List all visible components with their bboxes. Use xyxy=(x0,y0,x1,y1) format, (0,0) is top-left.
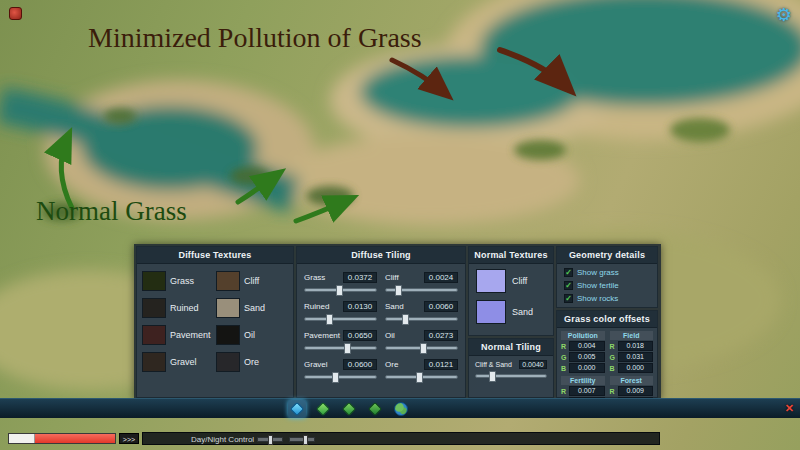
texture-swatch-cliff[interactable] xyxy=(216,271,240,291)
fast-forward-button[interactable]: >>> xyxy=(119,433,139,444)
texture-swatch-gravel[interactable] xyxy=(142,352,166,372)
checkbox-show-grass[interactable]: ✓ Show grass xyxy=(564,268,650,277)
texture-item-pavement[interactable]: Pavement xyxy=(142,325,214,345)
offset-value-field[interactable]: 0.018 xyxy=(618,341,654,351)
tiling-slider[interactable] xyxy=(304,288,377,292)
slider-thumb[interactable] xyxy=(336,285,343,296)
game-viewport: Minimized Pollution of Grass Normal Gras… xyxy=(0,0,800,450)
tiling-control-gravel: Gravel0.0600 xyxy=(304,359,377,379)
tiling-value-field[interactable]: 0.0600 xyxy=(343,359,377,370)
panel-title: Normal Textures xyxy=(469,247,553,264)
offset-value-field[interactable]: 0.000 xyxy=(569,363,605,373)
texture-swatch-sand[interactable] xyxy=(216,298,240,318)
tiling-slider[interactable] xyxy=(304,346,377,350)
green-gem-glyph xyxy=(342,402,356,416)
slider-thumb[interactable] xyxy=(395,285,402,296)
green-gem-icon[interactable] xyxy=(340,400,358,418)
tiling-value-field[interactable]: 0.0060 xyxy=(424,301,458,312)
day-night-slider-1[interactable] xyxy=(257,437,283,442)
green-gem2-icon[interactable] xyxy=(366,400,384,418)
tiling-slider[interactable] xyxy=(385,288,458,292)
tiling-slider[interactable] xyxy=(385,317,458,321)
tiling-grid: Grass0.0372 Cliff0.0024 Ruined0.0130 San… xyxy=(297,264,465,387)
tiling-value-field[interactable]: 0.0121 xyxy=(424,359,458,370)
tiling-slider[interactable] xyxy=(304,375,377,379)
slider-thumb[interactable] xyxy=(344,343,351,354)
slider-thumb[interactable] xyxy=(332,372,339,383)
slider-thumb[interactable] xyxy=(268,435,273,445)
offset-value-field[interactable]: 0.005 xyxy=(569,352,605,362)
day-night-control-bar: Day/Night Control xyxy=(142,432,660,445)
tiling-value-field[interactable]: 0.0273 xyxy=(424,330,458,341)
normal-texture-item-cliff[interactable]: Cliff xyxy=(469,264,553,295)
texture-item-grass[interactable]: Grass xyxy=(142,271,214,291)
globe-icon[interactable] xyxy=(392,400,410,418)
bottom-toolbar: ✕ xyxy=(0,398,800,418)
texture-item-ruined[interactable]: Ruined xyxy=(142,298,214,318)
texture-item-ore[interactable]: Ore xyxy=(216,352,288,372)
settings-gear-icon[interactable]: ⚙ xyxy=(776,4,792,26)
tiling-control-ruined: Ruined0.0130 xyxy=(304,301,377,321)
texture-swatch-ore[interactable] xyxy=(216,352,240,372)
globe-glyph xyxy=(394,402,408,416)
texture-item-oil[interactable]: Oil xyxy=(216,325,288,345)
texture-item-cliff[interactable]: Cliff xyxy=(216,271,288,291)
tiling-control-grass: Grass0.0372 xyxy=(304,272,377,292)
green-diamond-icon[interactable] xyxy=(314,400,332,418)
offset-value-field[interactable]: 0.000 xyxy=(618,363,654,373)
normal-texture-item-sand[interactable]: Sand xyxy=(469,295,553,326)
tiling-control-oil: Oil0.0273 xyxy=(385,330,458,350)
close-icon[interactable]: ✕ xyxy=(785,402,794,415)
offset-value-field[interactable]: 0.031 xyxy=(618,352,654,362)
offset-group-pollution: Pollution R0.004 G0.005 B0.000 xyxy=(561,331,605,373)
texture-swatch-ruined[interactable] xyxy=(142,298,166,318)
normal-texture-swatch-cliff[interactable] xyxy=(476,269,506,293)
texture-grid: Grass Cliff Ruined Sand Pavement Oil Gra… xyxy=(137,264,293,379)
tiling-value-field[interactable]: 0.0130 xyxy=(343,301,377,312)
offset-value-field[interactable]: 0.007 xyxy=(569,386,605,396)
slider-thumb[interactable] xyxy=(420,343,427,354)
geometry-details-panel: Geometry details ✓ Show grass ✓ Show fer… xyxy=(556,246,658,308)
tiling-control-pavement: Pavement0.0650 xyxy=(304,330,377,350)
texture-swatch-oil[interactable] xyxy=(216,325,240,345)
checkbox-check-icon[interactable]: ✓ xyxy=(564,268,573,277)
normal-texture-swatch-sand[interactable] xyxy=(476,300,506,324)
tiling-control-ore: Ore0.0121 xyxy=(385,359,458,379)
blue-diamond-glyph xyxy=(290,402,304,416)
blue-diamond-icon[interactable] xyxy=(288,400,306,418)
texture-item-sand[interactable]: Sand xyxy=(216,298,288,318)
annotation-title: Minimized Pollution of Grass xyxy=(88,22,422,54)
checkbox-check-icon[interactable]: ✓ xyxy=(564,294,573,303)
slider-thumb[interactable] xyxy=(326,314,333,325)
offset-value-field[interactable]: 0.004 xyxy=(569,341,605,351)
slider-thumb[interactable] xyxy=(402,314,409,325)
slider-thumb[interactable] xyxy=(489,371,496,382)
tiling-slider[interactable] xyxy=(385,346,458,350)
checkbox-show-fertile[interactable]: ✓ Show fertile xyxy=(564,281,650,290)
tiling-value-field[interactable]: 0.0372 xyxy=(343,272,377,283)
checkbox-check-icon[interactable]: ✓ xyxy=(564,281,573,290)
texture-swatch-pavement[interactable] xyxy=(142,325,166,345)
panel-title: Grass color offsets xyxy=(557,311,657,328)
tiling-slider[interactable] xyxy=(385,375,458,379)
slider-thumb[interactable] xyxy=(303,435,308,445)
progress-segment-light xyxy=(9,434,35,443)
tiling-value-field[interactable]: 0.0040 xyxy=(519,360,547,369)
offset-value-field[interactable]: 0.009 xyxy=(618,386,654,396)
texture-item-gravel[interactable]: Gravel xyxy=(142,352,214,372)
slider-thumb[interactable] xyxy=(416,372,423,383)
checkbox-show-rocks[interactable]: ✓ Show rocks xyxy=(564,294,650,303)
normal-tiling-slider[interactable] xyxy=(475,374,547,378)
normal-tiling-panel: Normal Tiling Cliff & Sand 0.0040 xyxy=(468,338,554,398)
tiling-control-cliff: Cliff0.0024 xyxy=(385,272,458,292)
tiling-value-field[interactable]: 0.0650 xyxy=(343,330,377,341)
green-gem2-glyph xyxy=(368,402,382,416)
red-progress-bar[interactable] xyxy=(8,433,116,444)
diffuse-textures-panel: Diffuse Textures Grass Cliff Ruined Sand… xyxy=(136,246,294,398)
tiling-slider[interactable] xyxy=(304,317,377,321)
record-icon[interactable] xyxy=(9,7,22,20)
texture-swatch-grass[interactable] xyxy=(142,271,166,291)
green-diamond-glyph xyxy=(316,402,330,416)
day-night-slider-2[interactable] xyxy=(289,437,315,442)
tiling-value-field[interactable]: 0.0024 xyxy=(424,272,458,283)
